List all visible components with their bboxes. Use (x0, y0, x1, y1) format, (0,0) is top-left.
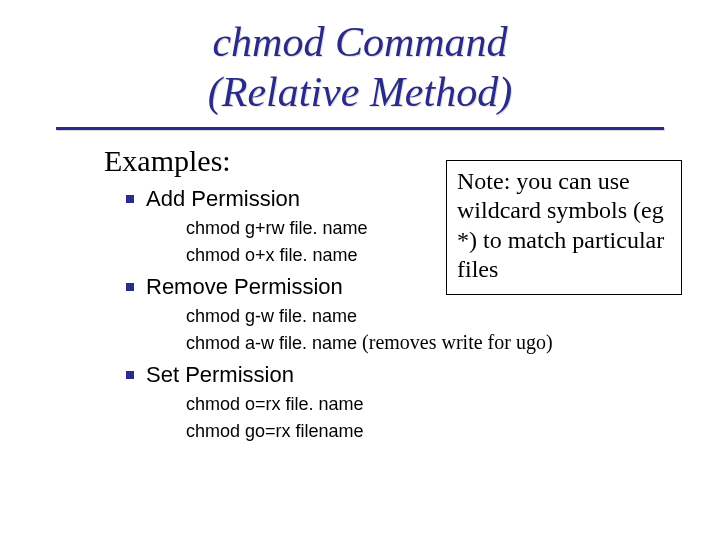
section-title: Set Permission (146, 362, 294, 388)
command-text: chmod g-w file. name (186, 306, 357, 326)
square-bullet-icon (126, 371, 134, 379)
command-line: chmod g-w file. name (186, 302, 680, 329)
command-list: chmod o=rx file. name chmod go=rx filena… (186, 390, 680, 444)
command-text: chmod o+x file. name (186, 245, 358, 265)
section-set-permission: Set Permission chmod o=rx file. name chm… (108, 362, 680, 444)
square-bullet-icon (126, 195, 134, 203)
command-text: chmod go=rx filename (186, 421, 364, 441)
command-line: chmod a-w file. name (removes write for … (186, 329, 680, 356)
section-header: Set Permission (108, 362, 680, 388)
command-paren: (removes write for ugo) (357, 331, 553, 353)
title-line-2: (Relative Method) (208, 69, 512, 115)
command-text: chmod a-w file. name (186, 333, 357, 353)
title-line-1: chmod Command (212, 19, 507, 65)
section-title: Remove Permission (146, 274, 343, 300)
slide-title: chmod Command (Relative Method) (0, 0, 720, 121)
command-line: chmod o=rx file. name (186, 390, 680, 417)
slide: chmod Command (Relative Method) Examples… (0, 0, 720, 540)
command-text: chmod g+rw file. name (186, 218, 368, 238)
command-text: chmod o=rx file. name (186, 394, 364, 414)
section-title: Add Permission (146, 186, 300, 212)
command-line: chmod go=rx filename (186, 417, 680, 444)
command-list: chmod g-w file. name chmod a-w file. nam… (186, 302, 680, 356)
note-callout: Note: you can use wildcard symbols (eg *… (446, 160, 682, 295)
square-bullet-icon (126, 283, 134, 291)
